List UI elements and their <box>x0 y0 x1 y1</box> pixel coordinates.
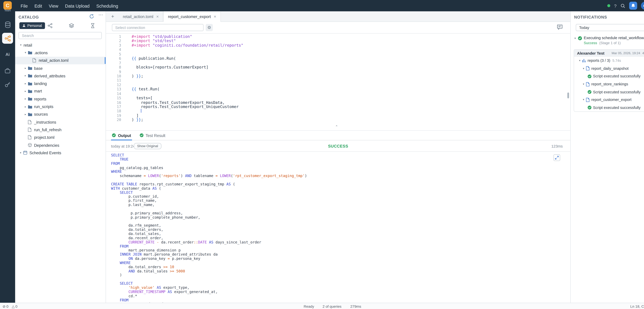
ai-icon[interactable]: Ai <box>2 49 13 60</box>
help-icon[interactable]: ? <box>614 3 616 8</box>
output-tab-bar: OutputTest Result <box>106 130 570 140</box>
tree-item-retail[interactable]: ▾retail <box>15 41 106 49</box>
tree-item-scheduled-events[interactable]: ▸Scheduled Events <box>15 149 106 156</box>
tree-item-sources[interactable]: ▸sources <box>15 110 106 118</box>
tab-report-customer-export[interactable]: report_customer_export× <box>163 11 221 22</box>
tree-item-derived-attributes[interactable]: ▸derived_attributes <box>15 72 106 80</box>
app-logo[interactable]: C <box>3 1 12 10</box>
menu-scheduling[interactable]: Scheduling <box>95 2 120 9</box>
tab-test-result[interactable]: Test Result <box>138 130 166 140</box>
code-line[interactable] <box>132 109 566 114</box>
notifications-bell-icon[interactable] <box>629 2 637 10</box>
sql-line: TRUE <box>111 158 565 162</box>
key-icon[interactable] <box>2 79 13 90</box>
avatar[interactable]: AT <box>641 2 644 10</box>
code-line[interactable]: #+import "coginiti.co/foundation/retail/… <box>132 43 566 48</box>
menu-edit[interactable]: Edit <box>33 2 44 9</box>
refresh-icon[interactable] <box>89 14 94 19</box>
menu-file[interactable]: File <box>19 2 29 9</box>
tree-item-actions[interactable]: ▾.actions <box>15 49 106 57</box>
history-hourglass-icon[interactable] <box>90 23 95 28</box>
code-line[interactable] <box>132 48 566 52</box>
code-line[interactable]: ) }}; <box>132 118 566 122</box>
chevron-right-icon: ▸ <box>23 82 28 85</box>
sql-line: cd.* <box>111 294 565 298</box>
code-line[interactable] <box>132 92 566 96</box>
catalog-title: CATALOG <box>18 15 39 19</box>
tree-item-run-full-refresh[interactable]: run_full_refresh <box>15 126 106 134</box>
tree-item-base[interactable]: ▸base <box>15 64 106 72</box>
panel-collapse-handle[interactable]: ⌃ <box>335 125 338 128</box>
tab-output[interactable]: Output <box>111 130 132 140</box>
connection-select[interactable] <box>112 24 204 31</box>
notification-event-title[interactable]: Executing schedule retail_workflow <box>584 36 644 40</box>
tree-item-landing[interactable]: ▸landing <box>15 80 106 88</box>
chevron-down-icon[interactable]: ▾ <box>573 36 578 40</box>
tree-item-project-toml[interactable]: project.toml <box>15 134 106 141</box>
sql-line: da.total_sales, <box>111 232 565 236</box>
folder-icon <box>28 104 34 109</box>
code-line[interactable]: #+import "std/publication" <box>132 34 566 39</box>
line-number: 4 <box>106 48 121 52</box>
tab-retail-action-toml[interactable]: retail_action.toml× <box>118 11 163 22</box>
run-duration: 123ms <box>552 144 563 148</box>
code-line[interactable]: reports.Test_CustomerExport_HasData, <box>132 100 566 105</box>
notification-item-script-executed-successfully[interactable]: Script executed successfully <box>574 72 644 80</box>
code-line[interactable]: {{ publication.Run( <box>132 56 566 61</box>
line-number: 2 <box>106 39 121 43</box>
notification-item-label: Script executed successfully <box>593 90 640 94</box>
search-icon[interactable] <box>620 3 625 8</box>
search-input[interactable] <box>18 32 102 39</box>
share-icon[interactable] <box>48 23 52 28</box>
notification-card-header[interactable]: Alexander Test Mar 05, 2026, 19:24 42.02… <box>574 50 644 57</box>
tree-item-retail-action-toml[interactable]: retail_action.toml <box>15 56 106 64</box>
code-line[interactable] <box>132 83 566 87</box>
layers-icon[interactable] <box>69 23 74 28</box>
code-line[interactable]: blocks=[reports.CustomerExport] <box>132 65 566 70</box>
close-icon[interactable]: × <box>214 14 216 19</box>
editor-area: + retail_action.toml×report_customer_exp… <box>106 11 570 303</box>
editor-scrollbar[interactable] <box>567 92 569 98</box>
code-line[interactable] <box>132 70 566 74</box>
notification-item-report-customer-export[interactable]: ▾report_customer_export <box>574 96 644 104</box>
menu-view[interactable]: View <box>48 2 60 9</box>
tree-item-mart[interactable]: ▸mart <box>15 87 106 95</box>
code-line[interactable]: reports.Test_CustomerExport_UniqueCustom… <box>132 105 566 109</box>
code-line[interactable]: ] <box>132 114 566 118</box>
notification-item-report-daily-snapshot[interactable]: ▾report_daily_snapshot <box>574 65 644 72</box>
notification-item-report-store-rankings[interactable]: ▾report_store_rankings <box>574 80 644 88</box>
database-icon[interactable] <box>2 19 13 30</box>
code-editor[interactable]: 1234567891011121314151617181920 #+import… <box>106 34 570 130</box>
new-tab-button[interactable]: + <box>109 13 116 20</box>
code-line[interactable] <box>132 78 566 83</box>
scope-personal-button[interactable]: Personal <box>19 22 45 29</box>
notifications-filter-select[interactable]: Today ▾ <box>576 24 644 31</box>
comments-icon[interactable] <box>557 24 563 30</box>
sql-line: WITH customer_data AS ( <box>111 186 565 191</box>
notification-item-script-executed-successfully[interactable]: Script executed successfully <box>574 104 644 112</box>
menu-data-upload[interactable]: Data Upload <box>64 2 91 9</box>
tree-item-dependencies[interactable]: Dependencies <box>15 141 106 149</box>
line-number: 13 <box>106 87 121 92</box>
tree-item-reports[interactable]: ▸reports <box>15 95 106 103</box>
sql-line: mart.persona_dimension p <box>111 248 565 253</box>
code-line[interactable] <box>132 52 566 56</box>
code-line[interactable]: tests=[ <box>132 96 566 100</box>
notification-item-reports-3-3[interactable]: ▾reports (3 / 3)5.74s <box>574 57 644 65</box>
notification-item-script-executed-successfully[interactable]: Script executed successfully <box>574 88 644 96</box>
more-icon[interactable]: ⋯ <box>98 12 104 18</box>
close-icon[interactable]: × <box>156 14 159 19</box>
code-line[interactable]: {{ test.Run( <box>132 87 566 92</box>
tree-item-instructions[interactable]: _instructions <box>15 118 106 126</box>
tree-item-run-scripts[interactable]: ▸run_scripts <box>15 103 106 110</box>
expand-output-button[interactable] <box>554 154 560 161</box>
code-line[interactable]: #+import "std/test" <box>132 39 566 43</box>
code-line[interactable]: ) }}; <box>132 74 566 78</box>
code-line[interactable] <box>132 61 566 65</box>
connection-settings-button[interactable]: ⚙ <box>206 24 213 31</box>
workflow-icon[interactable] <box>2 33 13 44</box>
tree-item-label: landing <box>34 81 47 86</box>
check-icon <box>588 106 593 110</box>
sql-line <box>111 178 565 182</box>
projects-icon[interactable] <box>2 65 13 76</box>
